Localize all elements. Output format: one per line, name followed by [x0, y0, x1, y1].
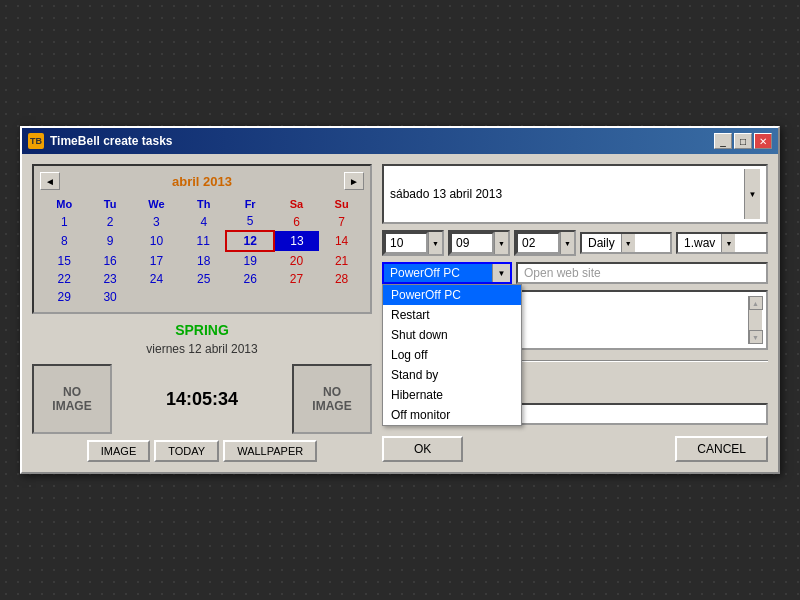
action-option-restart[interactable]: Restart: [383, 305, 521, 325]
calendar-day[interactable]: 6: [274, 212, 319, 231]
calendar-day[interactable]: 23: [88, 270, 131, 288]
sound-value: 1.wav: [678, 234, 721, 252]
calendar-day[interactable]: 24: [132, 270, 181, 288]
sound-arrow[interactable]: ▼: [721, 234, 735, 252]
action-option-logoff[interactable]: Log off: [383, 345, 521, 365]
calendar-box: ◄ abril 2013 ► Mo Tu We Th Fr Sa: [32, 164, 372, 314]
hour-combo[interactable]: 10 ▼: [382, 230, 444, 256]
ok-button[interactable]: OK: [382, 436, 463, 462]
minute-arrow[interactable]: ▼: [494, 232, 508, 254]
frequency-combo[interactable]: Daily ▼: [580, 232, 672, 254]
season-label: SPRING: [32, 322, 372, 338]
window-title: TimeBell create tasks: [50, 134, 173, 148]
scroll-down-arrow[interactable]: ▼: [749, 330, 763, 344]
sound-combo[interactable]: 1.wav ▼: [676, 232, 768, 254]
calendar-day[interactable]: 12: [226, 231, 273, 251]
calendar-day[interactable]: 8: [40, 231, 88, 251]
action-combo-container: PowerOff PC ▼ PowerOff PC Restart Shut d…: [382, 262, 512, 284]
date-selector[interactable]: sábado 13 abril 2013 ▼: [382, 164, 768, 224]
calendar-day[interactable]: 1: [40, 212, 88, 231]
cal-header-we: We: [132, 196, 181, 212]
reminder-scrollbar: ▲ ▼: [748, 296, 762, 344]
second-value: 02: [516, 232, 560, 254]
hour-value: 10: [384, 232, 428, 254]
calendar-day[interactable]: 26: [226, 270, 273, 288]
calendar-grid: Mo Tu We Th Fr Sa Su 1234567891011121314…: [40, 196, 364, 306]
frequency-value: Daily: [582, 234, 621, 252]
calendar-day: [274, 288, 319, 306]
next-month-button[interactable]: ►: [344, 172, 364, 190]
calendar-day[interactable]: 11: [181, 231, 226, 251]
calendar-day: [181, 288, 226, 306]
calendar-day[interactable]: 30: [88, 288, 131, 306]
content-area: ◄ abril 2013 ► Mo Tu We Th Fr Sa: [22, 154, 778, 472]
calendar-header: ◄ abril 2013 ►: [40, 172, 364, 190]
web-site-label: Open web site: [524, 266, 601, 280]
calendar-day: [319, 288, 364, 306]
full-date-label: viernes 12 abril 2013: [32, 342, 372, 356]
calendar-day: [132, 288, 181, 306]
action-option-shutdown[interactable]: Shut down: [383, 325, 521, 345]
calendar-day[interactable]: 4: [181, 212, 226, 231]
calendar-day[interactable]: 9: [88, 231, 131, 251]
second-combo[interactable]: 02 ▼: [514, 230, 576, 256]
second-arrow[interactable]: ▼: [560, 232, 574, 254]
main-window: TB TimeBell create tasks _ □ ✕ ◄ abril 2…: [20, 126, 780, 474]
action-combo[interactable]: PowerOff PC ▼: [382, 262, 512, 284]
calendar-day[interactable]: 20: [274, 251, 319, 270]
action-option-offmonitor[interactable]: Off monitor: [383, 405, 521, 425]
calendar-day[interactable]: 29: [40, 288, 88, 306]
cal-header-sa: Sa: [274, 196, 319, 212]
calendar-day[interactable]: 15: [40, 251, 88, 270]
cal-header-tu: Tu: [88, 196, 131, 212]
action-option-poweroff[interactable]: PowerOff PC: [383, 285, 521, 305]
close-button[interactable]: ✕: [754, 133, 772, 149]
calendar-day[interactable]: 18: [181, 251, 226, 270]
calendar-day[interactable]: 10: [132, 231, 181, 251]
minute-combo[interactable]: 09 ▼: [448, 230, 510, 256]
action-option-standby[interactable]: Stand by: [383, 365, 521, 385]
wallpaper-button[interactable]: WALLPAPER: [223, 440, 317, 462]
prev-month-button[interactable]: ◄: [40, 172, 60, 190]
action-option-hibernate[interactable]: Hibernate: [383, 385, 521, 405]
cal-header-mo: Mo: [40, 196, 88, 212]
minimize-button[interactable]: _: [714, 133, 732, 149]
left-no-image: NOIMAGE: [32, 364, 112, 434]
maximize-button[interactable]: □: [734, 133, 752, 149]
calendar-day[interactable]: 14: [319, 231, 364, 251]
date-selector-arrow[interactable]: ▼: [744, 169, 760, 219]
calendar-day[interactable]: 21: [319, 251, 364, 270]
calendar-day[interactable]: 17: [132, 251, 181, 270]
calendar-day[interactable]: 3: [132, 212, 181, 231]
right-no-image: NOIMAGE: [292, 364, 372, 434]
cal-header-su: Su: [319, 196, 364, 212]
today-button[interactable]: TODAY: [154, 440, 219, 462]
calendar-day[interactable]: 27: [274, 270, 319, 288]
calendar-day[interactable]: 22: [40, 270, 88, 288]
action-arrow[interactable]: ▼: [492, 264, 510, 282]
app-icon: TB: [28, 133, 44, 149]
title-bar: TB TimeBell create tasks _ □ ✕: [22, 128, 778, 154]
minute-value: 09: [450, 232, 494, 254]
frequency-arrow[interactable]: ▼: [621, 234, 635, 252]
calendar-day[interactable]: 2: [88, 212, 131, 231]
calendar-day[interactable]: 16: [88, 251, 131, 270]
calendar-day[interactable]: 5: [226, 212, 273, 231]
action-dropdown-menu: PowerOff PC Restart Shut down Log off St…: [382, 284, 522, 426]
window-controls: _ □ ✕: [714, 133, 772, 149]
calendar-day[interactable]: 13: [274, 231, 319, 251]
date-selector-value: sábado 13 abril 2013: [390, 187, 502, 201]
scroll-up-arrow[interactable]: ▲: [749, 296, 763, 310]
cancel-button[interactable]: CANCEL: [675, 436, 768, 462]
calendar-day[interactable]: 28: [319, 270, 364, 288]
image-button[interactable]: IMAGE: [87, 440, 150, 462]
title-bar-left: TB TimeBell create tasks: [28, 133, 173, 149]
web-site-input[interactable]: Open web site: [516, 262, 768, 284]
hour-arrow[interactable]: ▼: [428, 232, 442, 254]
calendar-day[interactable]: 7: [319, 212, 364, 231]
bottom-buttons: IMAGE TODAY WALLPAPER: [32, 440, 372, 462]
calendar-day[interactable]: 19: [226, 251, 273, 270]
calendar-month-year: abril 2013: [172, 174, 232, 189]
calendar-day[interactable]: 25: [181, 270, 226, 288]
right-panel: sábado 13 abril 2013 ▼ 10 ▼ 09 ▼ 02 ▼: [382, 164, 768, 462]
